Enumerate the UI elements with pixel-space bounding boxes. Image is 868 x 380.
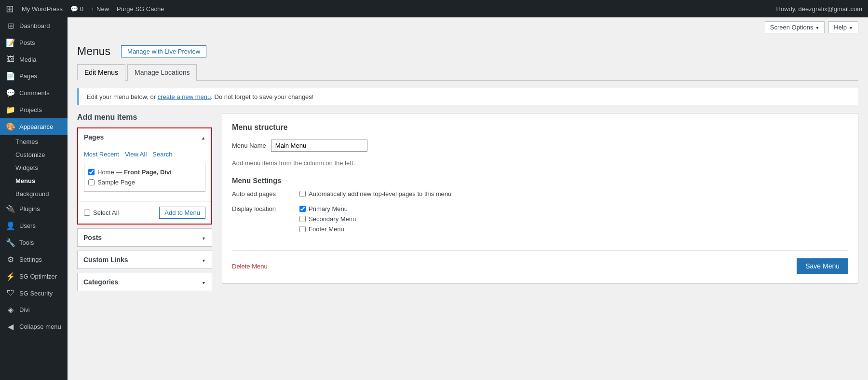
chevron-down-icon [849, 24, 853, 31]
sidebar-item-posts[interactable]: 📝 Posts [0, 34, 68, 51]
menu-structure-panel: Menu structure Menu Name Add menu items … [222, 113, 858, 284]
delete-menu-link[interactable]: Delete Menu [232, 263, 268, 270]
sidebar-item-customize[interactable]: Customize [0, 148, 68, 161]
help-button[interactable]: Help [828, 21, 858, 33]
posts-icon: 📝 [6, 38, 15, 47]
categories-title: Categories [83, 278, 118, 286]
media-icon: 🖼 [6, 55, 15, 64]
admin-sidebar: ⊞ Dashboard 📝 Posts 🖼 Media 📄 Pages 💬 Co… [0, 17, 68, 380]
create-new-menu-link[interactable]: create a new menu [158, 93, 211, 100]
menu-settings: Menu Settings Auto add pages Automatical… [232, 176, 848, 236]
add-menu-items-panel: Add menu items Pages Most Recent View Al… [77, 113, 212, 295]
comments-icon: 💬 [6, 88, 15, 98]
custom-links-accordion-header[interactable]: Custom Links [78, 251, 212, 268]
list-item: Sample Page [88, 177, 201, 187]
comments-icon: 💬 [70, 5, 78, 13]
page-label-sample: Sample Page [97, 179, 135, 186]
sidebar-item-sg-security[interactable]: 🛡 SG Security [0, 285, 68, 301]
tab-manage-locations[interactable]: Manage Locations [127, 64, 197, 81]
primary-menu-checkbox[interactable] [299, 206, 306, 212]
page-header-bar: Screen Options Help [68, 17, 868, 37]
custom-links-accordion: Custom Links [77, 251, 212, 269]
footer-menu-label: Footer Menu [309, 225, 344, 233]
pages-tabs: Most Recent View All Search [84, 151, 205, 158]
users-icon: 👤 [6, 221, 15, 230]
adminbar-site-name[interactable]: My WordPress [22, 5, 63, 13]
display-location-row: Display location Primary Menu Secondary … [232, 205, 848, 236]
list-item: Home — Front Page, Divi [88, 167, 201, 177]
notice-text-after: . Do not forget to save your changes! [211, 93, 313, 100]
sidebar-item-comments[interactable]: 💬 Comments [0, 84, 68, 101]
auto-add-checkbox[interactable] [299, 191, 306, 197]
tab-most-recent[interactable]: Most Recent [84, 151, 119, 158]
sidebar-item-widgets[interactable]: Widgets [0, 161, 68, 174]
pages-accordion-content: Most Recent View All Search Home — Front… [78, 146, 211, 201]
settings-icon: ⚙ [6, 255, 15, 264]
sidebar-item-sg-optimizer[interactable]: ⚡ SG Optimizer [0, 268, 68, 285]
chevron-down-icon [202, 234, 206, 241]
auto-add-option-label: Automatically add new top-level pages to… [309, 190, 451, 197]
sidebar-item-projects[interactable]: 📁 Projects [0, 101, 68, 118]
sidebar-item-media[interactable]: 🖼 Media [0, 51, 68, 68]
admin-bar: ⊞ My WordPress 💬 0 + New Purge SG Cache … [0, 0, 868, 17]
tab-edit-menus[interactable]: Edit Menus [77, 64, 125, 81]
sidebar-item-divi[interactable]: ◈ Divi [0, 301, 68, 318]
projects-icon: 📁 [6, 105, 15, 114]
menu-name-label: Menu Name [232, 142, 266, 149]
pages-section-title: Pages [84, 133, 104, 141]
sidebar-item-users[interactable]: 👤 Users [0, 217, 68, 234]
sidebar-item-dashboard[interactable]: ⊞ Dashboard [0, 17, 68, 34]
dashboard-icon: ⊞ [6, 21, 15, 30]
notice-text-before: Edit your menu below, or [87, 93, 158, 100]
chevron-down-icon [202, 278, 206, 286]
add-to-menu-button[interactable]: Add to Menu [159, 207, 205, 219]
categories-accordion: Categories [77, 273, 212, 291]
adminbar-howdy: Howdy, deezgrafix@gmail.com [776, 5, 862, 13]
primary-menu-row: Primary Menu [299, 205, 356, 212]
posts-accordion: Posts [77, 228, 212, 247]
pages-accordion-header[interactable]: Pages [78, 128, 211, 146]
add-menu-items-heading: Add menu items [77, 113, 212, 122]
secondary-menu-checkbox[interactable] [299, 216, 306, 222]
sidebar-item-collapse[interactable]: ◀ Collapse menu [0, 318, 68, 335]
menu-name-input[interactable] [271, 140, 367, 152]
tab-view-all[interactable]: View All [125, 151, 147, 158]
divi-icon: ◈ [6, 305, 15, 314]
categories-accordion-header[interactable]: Categories [78, 273, 212, 291]
collapse-icon: ◀ [6, 322, 15, 331]
sidebar-item-appearance[interactable]: 🎨 Appearance [0, 118, 68, 135]
posts-accordion-header[interactable]: Posts [78, 229, 212, 246]
sg-security-icon: 🛡 [6, 289, 15, 297]
sidebar-item-themes[interactable]: Themes [0, 135, 68, 148]
pages-accordion-footer: Select All Add to Menu [78, 201, 211, 224]
wp-logo-icon[interactable]: ⊞ [6, 3, 14, 14]
auto-add-checkbox-row: Automatically add new top-level pages to… [299, 190, 451, 197]
page-checkbox-sample[interactable] [88, 179, 95, 185]
pages-list: Home — Front Page, Divi Sample Page [84, 163, 205, 192]
sidebar-item-settings[interactable]: ⚙ Settings [0, 251, 68, 268]
sidebar-item-background[interactable]: Background [0, 187, 68, 200]
tools-icon: 🔧 [6, 238, 15, 247]
secondary-menu-row: Secondary Menu [299, 215, 356, 223]
pages-icon: 📄 [6, 71, 15, 81]
posts-section-title: Posts [83, 234, 102, 241]
sidebar-item-tools[interactable]: 🔧 Tools [0, 234, 68, 251]
live-preview-button[interactable]: Manage with Live Preview [121, 45, 206, 57]
adminbar-new[interactable]: + New [91, 5, 109, 13]
sidebar-item-plugins[interactable]: 🔌 Plugins [0, 200, 68, 217]
adminbar-comments[interactable]: 💬 0 [70, 5, 83, 13]
adminbar-purge[interactable]: Purge SG Cache [117, 5, 164, 13]
sidebar-item-menus[interactable]: Menus [0, 174, 68, 187]
sidebar-item-pages[interactable]: 📄 Pages [0, 68, 68, 84]
footer-menu-checkbox[interactable] [299, 226, 306, 232]
screen-options-button[interactable]: Screen Options [765, 21, 825, 33]
select-all-checkbox[interactable] [84, 210, 90, 216]
chevron-down-icon [815, 24, 819, 31]
tabs-wrapper: Edit Menus Manage Locations [77, 64, 858, 81]
chevron-down-icon [202, 256, 206, 264]
save-menu-button[interactable]: Save Menu [797, 258, 848, 274]
page-checkbox-home[interactable] [88, 169, 95, 175]
footer-menu-row: Footer Menu [299, 225, 356, 233]
tab-search[interactable]: Search [152, 151, 172, 158]
notice-bar: Edit your menu below, or create a new me… [77, 88, 858, 105]
